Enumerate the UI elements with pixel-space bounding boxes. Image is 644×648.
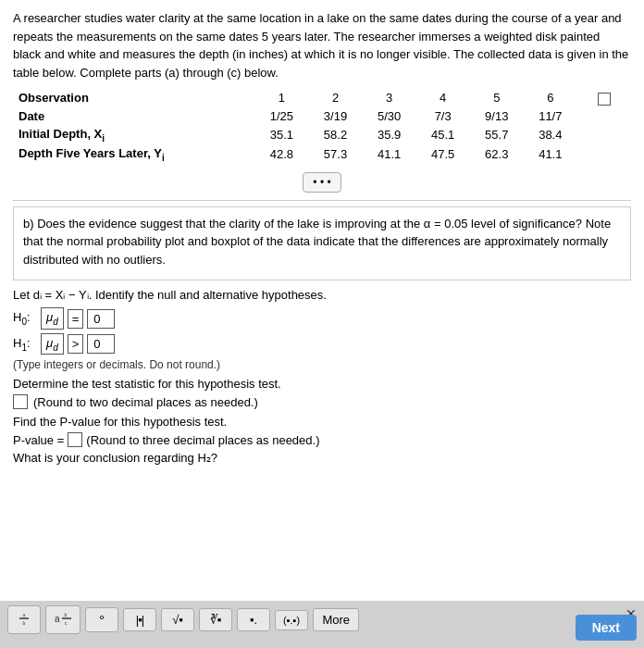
decimal-btn[interactable]: ▪. [237, 608, 270, 631]
h1-value[interactable]: 0 [87, 334, 115, 354]
h0-value[interactable]: 0 [87, 309, 115, 329]
h1-mu: μd [41, 333, 64, 355]
section-b-question: b) Does the evidence suggest that the cl… [23, 215, 621, 269]
fraction-icon: a b [16, 610, 32, 629]
cbrt-btn[interactable]: ∛▪ [199, 608, 232, 631]
svg-text:a: a [23, 612, 26, 617]
toolbar-area: a b a b c ° [0, 601, 644, 648]
depth-later-label: Depth Five Years Later, Yi [13, 144, 254, 165]
cbrt-icon: ∛▪ [210, 613, 222, 627]
svg-text:a: a [55, 614, 60, 624]
pvalue-prefix: P-value = [13, 433, 64, 447]
type-note: (Type integers or decimals. Do not round… [13, 358, 631, 371]
more-button[interactable]: More [313, 608, 359, 631]
section-b: b) Does the evidence suggest that the cl… [13, 206, 631, 281]
conclusion-label: What is your conclusion regarding H₂? [13, 451, 631, 465]
expand-button[interactable]: • • • [303, 172, 341, 193]
h0-row: H0: μd = 0 [13, 307, 631, 330]
date-label: Date [13, 107, 254, 125]
initial-depth-label: Initial Depth, Xi [13, 125, 254, 145]
degree-btn[interactable]: ° [85, 607, 118, 632]
pvalue-label: Find the P-value for this hypothesis tes… [13, 415, 631, 429]
h0-operator: = [68, 309, 84, 329]
pvalue-row: P-value = (Round to three decimal places… [13, 432, 631, 447]
data-table: Observation 1 2 3 4 5 6 Date 1/25 3/19 5… [13, 89, 631, 165]
toolbar-bottom-row: Next [0, 639, 644, 648]
pvalue-input[interactable] [68, 432, 82, 447]
pvalue-note: (Round to three decimal places as needed… [86, 433, 319, 447]
d-formula: Let dᵢ = Xᵢ − Yᵢ. Identify the null and … [13, 288, 631, 302]
h1-label: H1: [13, 336, 41, 353]
pvalue-section: Find the P-value for this hypothesis tes… [13, 415, 631, 447]
svg-text:b: b [23, 620, 26, 626]
h1-operator[interactable]: > [68, 334, 84, 354]
intro-text: A researcher studies water clarity at th… [13, 9, 631, 81]
interval-icon: (▪.▪) [283, 615, 300, 626]
sqrt-btn[interactable]: √▪ [161, 608, 194, 631]
interval-btn[interactable]: (▪.▪) [275, 610, 308, 630]
determine-label: Determine the test statistic for this hy… [13, 377, 631, 391]
section-divider [13, 200, 631, 201]
svg-text:c: c [65, 620, 68, 626]
h0-label: H0: [13, 310, 41, 327]
mixed-number-btn[interactable]: a b c [45, 605, 80, 634]
round-note: (Round to two decimal places as needed.) [33, 395, 258, 409]
determine-section: Determine the test statistic for this hy… [13, 377, 631, 409]
test-stat-input[interactable] [13, 394, 28, 409]
mixed-number-icon: a b c [54, 610, 72, 629]
absolute-value-btn[interactable]: |▪| [123, 608, 156, 631]
absolute-value-icon: |▪| [136, 613, 143, 627]
obs-header: Observation [13, 89, 254, 107]
svg-text:b: b [65, 612, 68, 617]
test-stat-row: (Round to two decimal places as needed.) [13, 394, 631, 409]
degree-icon: ° [99, 612, 105, 628]
fraction-btn[interactable]: a b [7, 605, 41, 634]
next-button[interactable]: Next [576, 615, 637, 641]
decimal-icon: ▪. [250, 613, 257, 627]
h0-mu: μd [41, 307, 64, 330]
sqrt-icon: √▪ [172, 613, 183, 627]
h1-row: H1: μd > 0 [13, 333, 631, 355]
toolbar-row: a b a b c ° [0, 601, 644, 639]
